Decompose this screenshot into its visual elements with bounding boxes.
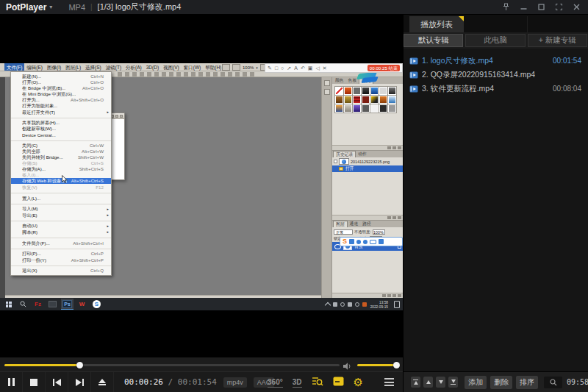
playlist-item-duration: 00:01:54 <box>553 57 581 65</box>
panel-tab: 路径 <box>360 221 373 227</box>
arrow-icon: ↗ <box>287 64 291 72</box>
media-file-icon <box>409 71 418 79</box>
collapsed-panel-strip <box>322 77 332 298</box>
video-frame-desktop: 文件(F) 编辑(E) 图像(I) 图层(L) 选择(S) 滤镜(T) 分析(A… <box>0 63 403 310</box>
video-surface[interactable]: 文件(F) 编辑(E) 图像(I) 图层(L) 选择(S) 滤镜(T) 分析(A… <box>0 15 403 357</box>
tab-playlist[interactable]: 播放列表 <box>409 16 464 32</box>
panel-footer <box>332 293 403 298</box>
ps-menu: 图层(L) <box>63 63 83 71</box>
stop-button[interactable] <box>23 372 46 392</box>
menu-item-shortcut: Alt+Shift+Ctrl+I <box>73 240 104 246</box>
menu-item-label: 最近打开文件(T) <box>22 110 55 115</box>
menu-item-label: 关闭(C) <box>22 143 37 149</box>
format-badge: MP4 <box>68 3 85 12</box>
eject-button[interactable] <box>91 372 114 392</box>
volume-bar[interactable] <box>357 364 397 366</box>
maximize-button[interactable] <box>537 3 545 11</box>
pause-button[interactable] <box>0 372 23 392</box>
ps-file-menu-item: 存储为(A)... Shift+Ctrl+S <box>11 166 111 172</box>
playlist-item[interactable]: 1. logo尺寸修改.mp4 00:01:54 <box>404 54 588 68</box>
menu-item-label: 关闭全部 <box>22 149 40 154</box>
volume-thumb[interactable] <box>393 362 400 368</box>
taskbar-clock: 13:58 2022-09-15 <box>370 300 388 308</box>
tab-slot[interactable] <box>527 16 588 32</box>
main-menu-icon[interactable] <box>384 378 394 386</box>
menu-item-shortcut: Alt+Shift+Ctrl+O <box>71 97 104 103</box>
ps-menu: 图像(I) <box>45 63 63 71</box>
style-swatch <box>379 87 387 95</box>
playlist-item[interactable]: 3. 软件更新流程.mp4 00:08:04 <box>404 82 588 96</box>
chevron-down-icon[interactable]: ▾ <box>49 4 52 10</box>
photoshop-taskbar-icon: Ps <box>61 299 74 310</box>
pin-icon[interactable] <box>502 3 510 11</box>
style-swatch <box>370 87 379 95</box>
ime-toolbar: S <box>340 237 403 246</box>
total-time: 00:01:54 <box>178 377 217 387</box>
tray-icon <box>348 302 352 307</box>
menu-item-label: 自动(U) <box>22 223 37 229</box>
submenu-arrow-icon <box>107 223 109 229</box>
ps-file-menu-item: 关闭全部 Alt+Ctrl+W <box>11 149 111 154</box>
playlist-item-duration: 00:08:04 <box>553 85 581 93</box>
playlist-search-icon[interactable] <box>312 376 323 390</box>
menu-item-label: 创建新审核(W)... <box>22 126 56 132</box>
previous-button[interactable] <box>46 372 68 392</box>
close-button[interactable] <box>573 3 581 11</box>
ps-panel-dock: 颜色色板样式 历史记录动作 20 <box>321 77 403 298</box>
move-top-button[interactable] <box>411 377 420 388</box>
layers-panel-tabs: 图层通道路径 <box>332 221 403 227</box>
move-down-button[interactable] <box>436 377 445 388</box>
snapshot-thumbnail <box>339 158 349 165</box>
playlist-search-box[interactable] <box>544 377 562 388</box>
layers-panel: 图层通道路径 正常 不透明度: 100% 锁定: 填充: 100 <box>332 221 403 298</box>
playlist-item-title: 2. QQ录屏20220915163414.mp4 <box>422 70 535 80</box>
ps-file-menu-item: 脚本(R) <box>11 229 111 238</box>
fullscreen-button[interactable] <box>555 3 563 11</box>
menu-item-shortcut: Shift+Ctrl+S <box>79 166 104 172</box>
settings-gear-icon[interactable]: ⚙ <box>354 377 363 388</box>
move-up-button[interactable] <box>423 377 433 388</box>
ps-file-menu: 新建(N)... Ctrl+N 打开(O)... Ctrl+O 在 Bridge… <box>10 71 112 276</box>
album-tab[interactable]: 此电脑 <box>465 34 525 47</box>
browser-flag-logo <box>358 73 377 82</box>
pencil-icon: ✎ <box>268 64 272 72</box>
recording-end-button: 00:00:25 结束 <box>368 65 400 71</box>
menu-item-label: 导入(M) <box>22 206 38 212</box>
panel-tab: 历史记录 <box>333 151 356 157</box>
media-file-icon <box>409 85 418 93</box>
tab-slot[interactable] <box>464 16 528 32</box>
taskbar-search-icon <box>17 299 29 310</box>
ps-file-menu-item: 存储(S) Ctrl+S <box>11 160 111 166</box>
minimize-button[interactable] <box>520 3 528 11</box>
ps-file-menu-item: 创建新审核(W)... <box>11 126 111 132</box>
panel-footer <box>332 215 403 220</box>
app-menu-button[interactable]: PotPlayer <box>6 2 46 13</box>
mouse-cursor <box>62 173 68 186</box>
menu-item-shortcut: F12 <box>96 185 104 190</box>
add-button[interactable]: 添加 <box>465 376 487 389</box>
album-tab[interactable]: + 新建专辑 <box>528 34 587 47</box>
media-title: [1/3] logo尺寸修改.mp4 <box>98 1 182 13</box>
menu-item-shortcut: Alt+Shift+Ctrl+P <box>71 257 104 263</box>
subtitle-panel-icon[interactable] <box>333 376 344 389</box>
next-button[interactable] <box>68 372 91 392</box>
playlist-item[interactable]: 2. QQ录屏20220915163414.mp4 <box>404 68 588 82</box>
style-swatch <box>353 96 361 104</box>
ps-file-menu-item: 自动(U) <box>11 223 111 229</box>
menu-item-label: 脚本(R) <box>22 229 37 235</box>
stereo-3d-toggle[interactable]: 3D <box>293 378 302 388</box>
sort-button[interactable]: 排序 <box>516 376 538 389</box>
panel-icon <box>324 89 330 95</box>
vr-360-toggle[interactable]: 360° <box>268 378 283 388</box>
close-icon: ✕ <box>323 64 327 72</box>
album-tab[interactable]: 默认专辑 <box>404 34 463 47</box>
move-bottom-button[interactable] <box>448 377 458 388</box>
potplayer-window: PotPlayer ▾ MP4 | [1/3] logo尺寸修改.mp4 文件(… <box>0 0 588 392</box>
seek-bar[interactable] <box>4 364 340 366</box>
style-swatch <box>388 96 396 104</box>
seek-thumb[interactable] <box>76 362 83 368</box>
explorer-icon <box>46 299 59 310</box>
ps-left-edge <box>0 77 5 298</box>
delete-button[interactable]: 删除 <box>490 376 512 389</box>
ps-menu: 视图(V) <box>161 63 182 71</box>
